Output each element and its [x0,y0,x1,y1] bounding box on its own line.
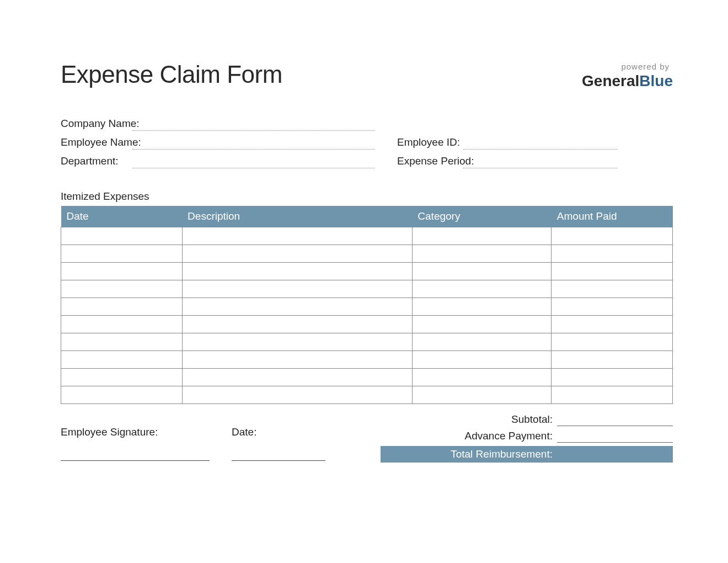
table-cell[interactable] [182,245,412,263]
table-row [61,263,673,280]
table-cell[interactable] [412,298,552,316]
table-row [61,386,673,404]
table-row [61,298,673,316]
advance-payment-label: Advance Payment: [381,430,557,442]
itemized-expenses-label: Itemized Expenses [61,190,673,203]
department-label: Department: [61,155,132,168]
table-cell[interactable] [412,316,552,333]
total-reimbursement-value [557,446,673,463]
advance-payment-input[interactable] [557,429,673,443]
table-cell[interactable] [552,351,673,369]
table-cell[interactable] [412,351,552,369]
table-row [61,351,673,369]
table-cell[interactable] [61,227,183,245]
col-amount-paid: Amount Paid [552,206,673,227]
table-cell[interactable] [61,316,183,333]
powered-by-text: powered by [582,62,673,71]
department-input[interactable] [132,156,375,168]
table-cell[interactable] [552,333,673,351]
table-row [61,245,673,263]
table-cell[interactable] [182,227,412,245]
signature-date-input[interactable] [232,445,325,461]
signature-block: Employee Signature: Date: [61,413,381,463]
table-cell[interactable] [61,369,183,386]
table-cell[interactable] [552,316,673,333]
table-header-row: Date Description Category Amount Paid [61,206,673,227]
table-cell[interactable] [552,280,673,298]
info-fields: Company Name: Employee Name: Employee ID… [61,118,673,168]
col-category: Category [412,206,552,227]
table-cell[interactable] [61,386,183,404]
table-cell[interactable] [412,280,552,298]
employee-signature-input[interactable] [61,445,210,461]
employee-name-label: Employee Name: [61,136,132,150]
table-cell[interactable] [412,386,552,404]
table-cell[interactable] [182,333,412,351]
table-cell[interactable] [412,333,552,351]
table-row [61,316,673,333]
table-cell[interactable] [61,351,183,369]
table-cell[interactable] [552,298,673,316]
table-cell[interactable] [182,263,412,280]
logo-block: powered by GeneralBlue [582,61,673,90]
table-cell[interactable] [182,280,412,298]
company-name-input[interactable] [132,119,375,131]
table-cell[interactable] [412,369,552,386]
table-cell[interactable] [412,227,552,245]
col-description: Description [182,206,412,227]
table-row [61,280,673,298]
table-cell[interactable] [552,369,673,386]
table-cell[interactable] [552,386,673,404]
table-cell[interactable] [182,316,412,333]
table-cell[interactable] [61,298,183,316]
subtotal-label: Subtotal: [381,413,557,426]
table-cell[interactable] [552,227,673,245]
table-row [61,333,673,351]
table-cell[interactable] [552,245,673,263]
employee-name-input[interactable] [132,137,375,150]
table-cell[interactable] [552,263,673,280]
table-cell[interactable] [182,351,412,369]
table-cell[interactable] [61,333,183,351]
logo-text-general: General [582,72,639,89]
expense-period-input[interactable] [463,156,618,168]
company-name-label: Company Name: [61,118,132,131]
logo-text-blue: Blue [639,72,673,89]
logo: GeneralBlue [582,72,673,90]
table-row [61,227,673,245]
subtotal-input[interactable] [557,413,673,426]
table-row [61,369,673,386]
employee-signature-label: Employee Signature: [61,426,210,440]
expense-period-label: Expense Period: [397,155,463,168]
table-cell[interactable] [61,263,183,280]
total-reimbursement-label: Total Reimbursement: [381,446,557,463]
form-bottom: Employee Signature: Date: Subtotal: Adva… [61,413,673,463]
table-cell[interactable] [61,280,183,298]
table-cell[interactable] [412,245,552,263]
table-cell[interactable] [412,263,552,280]
table-cell[interactable] [182,369,412,386]
form-header: Expense Claim Form powered by GeneralBlu… [61,61,673,90]
table-cell[interactable] [61,245,183,263]
employee-id-label: Employee ID: [397,136,463,150]
employee-id-input[interactable] [463,137,618,150]
expenses-table: Date Description Category Amount Paid [61,206,673,404]
totals-block: Subtotal: Advance Payment: Total Reimbur… [381,413,673,463]
signature-date-label: Date: [232,426,325,440]
table-cell[interactable] [182,386,412,404]
table-cell[interactable] [182,298,412,316]
form-title: Expense Claim Form [61,61,282,88]
col-date: Date [61,206,183,227]
